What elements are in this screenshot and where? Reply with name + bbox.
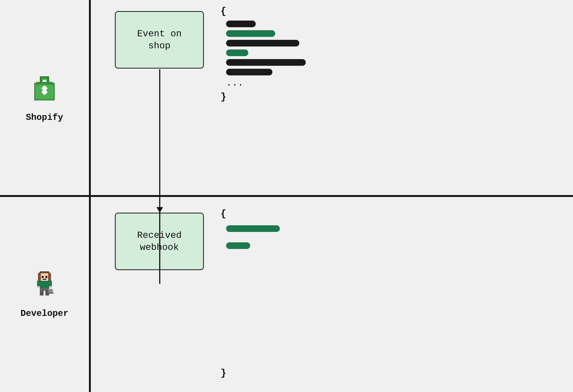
json-bar-2 xyxy=(226,30,275,37)
json-dots-top: ... xyxy=(220,78,306,89)
event-box-line1: Event on xyxy=(137,28,182,40)
json-bar-bottom-1 xyxy=(226,225,280,232)
json-close-brace-top: } xyxy=(220,89,306,105)
vertical-divider xyxy=(89,0,91,392)
json-open-brace-top: { xyxy=(220,4,306,19)
json-bar-3 xyxy=(226,40,299,47)
arrow-head xyxy=(156,207,163,213)
event-box-line2: shop xyxy=(137,40,182,52)
json-bar-6 xyxy=(226,69,272,75)
json-bar-5 xyxy=(226,59,306,66)
json-panel-top: { ... } xyxy=(220,4,306,105)
event-box: Event on shop xyxy=(115,11,204,69)
arrow-stem-top xyxy=(159,69,160,284)
json-panel-bottom: { xyxy=(220,206,280,250)
bottom-right-quadrant: Received webhook { } xyxy=(91,196,573,392)
json-bar-4 xyxy=(226,50,248,56)
json-bar-bottom-2 xyxy=(226,242,250,249)
top-right-quadrant: Event on shop { xyxy=(91,0,573,196)
json-bar-1 xyxy=(226,20,256,27)
flow-bottom-area: Received webhook { } xyxy=(91,196,573,392)
json-open-brace-bottom: { xyxy=(220,206,280,222)
flow-top-area: Event on shop { xyxy=(91,0,573,196)
json-close-brace-bottom: } xyxy=(220,366,226,381)
